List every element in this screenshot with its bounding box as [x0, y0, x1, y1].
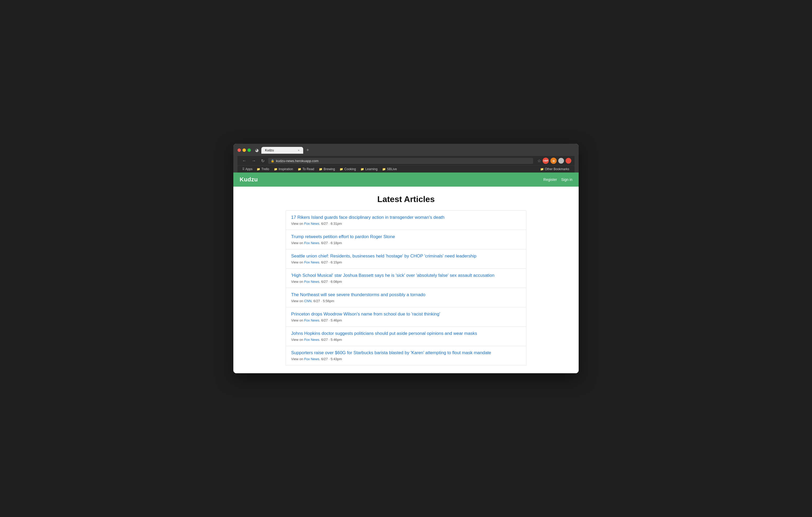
url-display: kudzu-news.herokuapp.com: [276, 159, 319, 163]
bookmark-learning-label: Learning: [365, 167, 377, 171]
article-headline[interactable]: Supporters raise over $60G for Starbucks…: [291, 350, 521, 356]
bookmark-sblive-label: SBLive: [387, 167, 397, 171]
window-controls: [237, 149, 251, 152]
article-item: Johns Hopkins doctor suggests politician…: [286, 327, 526, 346]
maximize-button[interactable]: [248, 149, 251, 152]
article-item: 17 Rikers Island guards face disciplinar…: [286, 210, 526, 230]
other-bookmarks-label: Other Bookmarks: [545, 167, 569, 171]
bookmark-brewing-label: Brewing: [324, 167, 335, 171]
profile-icon[interactable]: [558, 158, 564, 163]
bookmark-cooking[interactable]: 📁 Cooking: [338, 167, 358, 172]
bookmark-learning[interactable]: 📁 Learning: [358, 167, 380, 172]
article-headline[interactable]: 'High School Musical' star Joshua Basset…: [291, 273, 521, 278]
article-headline[interactable]: Trump retweets petition effort to pardon…: [291, 234, 521, 239]
kudzu-logo[interactable]: Kudzu: [240, 176, 258, 183]
other-bookmarks[interactable]: 📁 Other Bookmarks: [538, 167, 571, 172]
article-item: Princeton drops Woodrow Wilson's name fr…: [286, 307, 526, 327]
browser-window: ◕ Kudzu × + ← → ↻ 🔒 kudzu-news.herokuapp…: [233, 144, 579, 373]
article-meta: View on Fox News. 6/27 · 6:08pm: [291, 280, 521, 283]
folder-icon: 📁: [382, 168, 386, 171]
article-meta: View on Fox News. 6/27 · 6:18pm: [291, 241, 521, 245]
folder-icon: 📁: [319, 168, 323, 171]
tab-title: Kudzu: [265, 149, 274, 152]
toolbar-icons: ☆ ABP ◎: [537, 158, 571, 164]
articles-list: 17 Rikers Island guards face disciplinar…: [286, 210, 526, 365]
bookmark-star-icon[interactable]: ☆: [537, 158, 541, 163]
article-item: 'High School Musical' star Joshua Basset…: [286, 269, 526, 288]
account-icon[interactable]: [566, 158, 571, 163]
register-link[interactable]: Register: [543, 178, 557, 182]
article-item: Supporters raise over $60G for Starbucks…: [286, 346, 526, 365]
article-source-link[interactable]: CNN: [304, 299, 312, 303]
active-tab[interactable]: Kudzu ×: [261, 147, 303, 154]
article-meta: View on Fox News. 6/27 · 5:43pm: [291, 357, 521, 361]
article-headline[interactable]: The Northeast will see severe thundersto…: [291, 292, 521, 298]
adblock-icon[interactable]: ABP: [543, 158, 549, 164]
refresh-button[interactable]: ↻: [260, 158, 266, 164]
apps-label: Apps: [245, 167, 253, 171]
bookmark-inspiration-label: Inspiration: [279, 167, 293, 171]
article-item: Seattle union chief: Residents, business…: [286, 249, 526, 269]
article-item: Trump retweets petition effort to pardon…: [286, 230, 526, 249]
forward-button[interactable]: →: [250, 158, 257, 163]
extension-icon[interactable]: ◎: [550, 158, 557, 164]
article-meta: View on Fox News. 6/27 · 5:46pm: [291, 338, 521, 342]
article-source-link[interactable]: Fox News: [304, 260, 319, 264]
folder-icon: 📁: [257, 168, 260, 171]
folder-icon: 📁: [274, 168, 278, 171]
folder-icon: 📁: [360, 168, 364, 171]
article-headline[interactable]: Princeton drops Woodrow Wilson's name fr…: [291, 311, 521, 317]
minimize-button[interactable]: [242, 149, 246, 152]
tab-bar: Kudzu × +: [261, 146, 575, 154]
article-meta: View on CNN. 6/27 · 5:56pm: [291, 299, 521, 303]
article-item: The Northeast will see severe thundersto…: [286, 288, 526, 307]
articles-container: Latest Articles 17 Rikers Island guards …: [281, 187, 531, 373]
folder-icon: 📁: [340, 168, 343, 171]
folder-icon: 📁: [298, 168, 301, 171]
article-meta: View on Fox News. 6/27 · 5:46pm: [291, 318, 521, 322]
article-source-link[interactable]: Fox News: [304, 357, 319, 361]
apps-grid-icon: ⠿: [242, 167, 244, 171]
sign-in-link[interactable]: Sign in: [561, 178, 572, 182]
page-title: Latest Articles: [286, 194, 526, 204]
nav-links: Register Sign in: [543, 178, 572, 182]
github-icon: ◕: [255, 148, 259, 153]
bookmark-brewing[interactable]: 📁 Brewing: [317, 167, 337, 172]
title-bar: ◕ Kudzu × + ← → ↻ 🔒 kudzu-news.herokuapp…: [233, 144, 579, 173]
address-bar: ← → ↻ 🔒 kudzu-news.herokuapp.com ☆ ABP ◎: [237, 156, 575, 165]
article-source-link[interactable]: Fox News: [304, 338, 319, 342]
bookmark-sblive[interactable]: 📁 SBLive: [380, 167, 399, 172]
bookmark-to-read-label: To Read: [302, 167, 314, 171]
article-headline[interactable]: Seattle union chief: Residents, business…: [291, 253, 521, 259]
lock-icon: 🔒: [271, 159, 274, 162]
bookmark-cooking-label: Cooking: [344, 167, 356, 171]
article-source-link[interactable]: Fox News: [304, 241, 319, 245]
bookmark-to-read[interactable]: 📁 To Read: [296, 167, 316, 172]
close-button[interactable]: [237, 149, 241, 152]
folder-icon: 📁: [540, 168, 544, 171]
bookmarks-apps-icon[interactable]: ⠿ Apps: [241, 167, 254, 172]
address-input[interactable]: 🔒 kudzu-news.herokuapp.com: [268, 158, 533, 164]
article-source-link[interactable]: Fox News: [304, 318, 319, 322]
article-source-link[interactable]: Fox News: [304, 222, 319, 225]
bookmark-trello-label: Trello: [261, 167, 269, 171]
article-headline[interactable]: 17 Rikers Island guards face disciplinar…: [291, 215, 521, 220]
bookmarks-bar: ⠿ Apps 📁 Trello 📁 Inspiration 📁 To Read …: [237, 165, 575, 173]
tab-close-button[interactable]: ×: [298, 149, 299, 152]
bookmark-trello[interactable]: 📁 Trello: [255, 167, 271, 172]
back-button[interactable]: ←: [241, 158, 248, 163]
bookmark-inspiration[interactable]: 📁 Inspiration: [272, 167, 295, 172]
article-meta: View on Fox News. 6/27 · 6:15pm: [291, 260, 521, 264]
kudzu-navbar: Kudzu Register Sign in: [233, 173, 579, 187]
article-source-link[interactable]: Fox News: [304, 280, 319, 283]
article-meta: View on Fox News. 6/27 · 6:31pm: [291, 222, 521, 225]
new-tab-button[interactable]: +: [304, 146, 311, 154]
site-content: Kudzu Register Sign in Latest Articles 1…: [233, 173, 579, 373]
article-headline[interactable]: Johns Hopkins doctor suggests politician…: [291, 331, 521, 336]
